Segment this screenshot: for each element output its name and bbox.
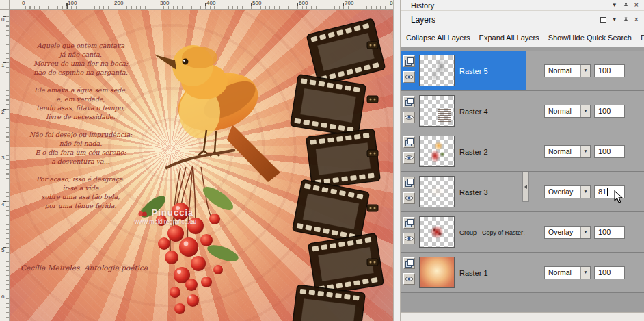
opacity-input[interactable]: 100 xyxy=(594,226,625,239)
layer-type-icon[interactable] xyxy=(403,55,415,67)
poem-line: Ele amava a água sem sede, xyxy=(15,86,146,94)
layer-thumbnail[interactable] xyxy=(419,136,455,167)
blend-mode-value: Normal xyxy=(545,105,580,117)
layer-name[interactable]: Group - Copy of Raster 1 xyxy=(459,212,525,253)
layer-thumbnail[interactable] xyxy=(419,95,455,127)
layer-name[interactable]: Raster 1 xyxy=(459,253,488,293)
chevron-down-icon[interactable]: ▼ xyxy=(580,227,590,238)
layer-name[interactable]: Raster 4 xyxy=(459,91,488,131)
poem-text: Aquele que ontem cantava já não canta. M… xyxy=(15,41,146,210)
visibility-eye-icon[interactable] xyxy=(403,152,415,164)
ruler-label: 400 xyxy=(206,0,215,6)
visibility-eye-icon[interactable] xyxy=(403,233,415,244)
layer-row-raster-1[interactable]: Raster 1 Normal ▼ 100 xyxy=(401,253,644,293)
layer-type-icon[interactable] xyxy=(403,257,415,269)
opacity-input[interactable]: 81 xyxy=(594,185,625,198)
visibility-eye-icon[interactable] xyxy=(403,273,415,285)
ruler-label: 200 xyxy=(114,0,123,6)
layer-type-icon[interactable] xyxy=(403,96,415,107)
canvas-scrollbar[interactable] xyxy=(393,0,400,321)
chevron-down-icon[interactable]: ▼ xyxy=(612,2,617,9)
opacity-input[interactable]: 100 xyxy=(594,145,625,158)
layer-thumbnail[interactable] xyxy=(419,257,455,288)
blend-mode-dropdown[interactable]: Normal ▼ xyxy=(544,64,591,77)
poem-signature: Cecília Meireles. Antologia poética xyxy=(21,264,148,272)
ruler-label: 0 xyxy=(1,16,4,23)
ruler-label: 1 xyxy=(1,62,4,68)
opacity-input[interactable]: 100 xyxy=(594,64,625,77)
ruler-label: 3 xyxy=(1,155,4,161)
history-panel-title: History xyxy=(411,1,434,10)
poem-line: já não canta. xyxy=(15,50,146,59)
chevron-down-icon[interactable]: ▼ xyxy=(580,65,590,77)
opacity-input[interactable]: 100 xyxy=(594,266,625,279)
ruler-label: 4 xyxy=(1,201,4,207)
chevron-down-icon[interactable]: ▼ xyxy=(612,16,617,23)
blend-mode-value: Overlay xyxy=(545,186,580,198)
chevron-down-icon[interactable]: ▼ xyxy=(580,186,590,198)
vertical-ruler[interactable]: 0 1 2 3 4 5 6 xyxy=(0,10,10,321)
show-hide-quick-search-button[interactable]: Show/Hide Quick Search xyxy=(548,34,632,42)
layer-name[interactable]: Raster 5 xyxy=(459,51,488,91)
horizontal-scrollbar[interactable] xyxy=(401,312,644,321)
blend-mode-dropdown[interactable]: Normal ▼ xyxy=(544,266,591,279)
layers-panel-title: Layers xyxy=(411,15,435,25)
blend-mode-dropdown[interactable]: Normal ▼ xyxy=(544,105,591,118)
layer-type-icon[interactable] xyxy=(403,217,415,229)
layer-name[interactable]: Raster 2 xyxy=(459,131,488,172)
pin-icon[interactable] xyxy=(623,2,629,9)
cherry-logo-icon xyxy=(137,207,148,218)
poem-line: Por acaso, isso é desgraça: xyxy=(15,175,146,183)
toolbar-cutoff-label[interactable]: E xyxy=(641,34,644,42)
blend-mode-value: Overlay xyxy=(545,227,580,238)
ruler-label: 6 xyxy=(1,294,4,300)
watermark-url: www.maldiregrafica.eu xyxy=(104,218,227,225)
expand-all-layers-button[interactable]: Expand All Layers xyxy=(479,34,539,42)
blend-mode-dropdown[interactable]: Overlay ▼ xyxy=(544,226,591,239)
poem-line: E o dia fora um céu sereno: xyxy=(15,148,146,157)
blend-mode-dropdown[interactable]: Overlay ▼ xyxy=(544,185,591,198)
blend-mode-value: Normal xyxy=(545,146,580,157)
layer-row-raster-4[interactable]: Raster 4 Normal ▼ 100 xyxy=(401,91,644,131)
ruler-label: 0 xyxy=(22,0,25,6)
float-panel-icon[interactable] xyxy=(600,17,606,23)
ruler-corner xyxy=(0,0,10,10)
chevron-down-icon[interactable]: ▼ xyxy=(580,105,590,117)
visibility-eye-icon[interactable] xyxy=(403,71,415,83)
blend-mode-dropdown[interactable]: Normal ▼ xyxy=(544,145,591,158)
visibility-eye-icon[interactable] xyxy=(403,192,415,204)
horizontal-ruler[interactable]: 0 100 200 300 400 500 600 700 800 xyxy=(10,0,393,10)
ruler-label: 600 xyxy=(299,0,308,6)
poem-line: Morreu de uma flor na boca: xyxy=(15,59,146,68)
pin-icon[interactable] xyxy=(623,16,629,23)
layer-name[interactable]: Raster 3 xyxy=(459,172,488,212)
image-canvas[interactable]: Aquele que ontem cantava já não canta. M… xyxy=(10,10,393,321)
chevron-down-icon[interactable]: ▼ xyxy=(580,267,590,279)
layer-row-group-copy-of-raster-1[interactable]: Group - Copy of Raster 1 Overlay ▼ 100 xyxy=(401,212,644,253)
poem-line: Não foi desejo ou imprudência: xyxy=(15,130,146,139)
chevron-down-icon[interactable]: ▼ xyxy=(580,146,590,157)
close-icon[interactable]: × xyxy=(634,1,639,9)
close-icon[interactable]: × xyxy=(634,16,639,23)
ruler-label: 300 xyxy=(160,0,169,6)
watermark-name: Pinuccia xyxy=(152,207,193,218)
collapse-all-layers-button[interactable]: Collapse All Layers xyxy=(406,34,470,42)
ruler-label: 2 xyxy=(1,109,4,115)
layer-type-icon[interactable] xyxy=(403,136,415,148)
layer-thumbnail[interactable] xyxy=(419,176,455,207)
panel-splitter-handle[interactable] xyxy=(522,172,529,202)
opacity-value: 100 xyxy=(598,268,611,277)
palettes-panel: History ▼ × Layers ▼ × Collapse All Laye… xyxy=(400,0,644,321)
opacity-input[interactable]: 100 xyxy=(594,105,625,118)
visibility-eye-icon[interactable] xyxy=(403,112,415,123)
layer-thumbnail[interactable] xyxy=(419,216,455,248)
text-caret xyxy=(607,188,608,196)
layer-row-raster-5[interactable]: Raster 5 Normal ▼ 100 xyxy=(401,51,644,91)
layer-type-icon[interactable] xyxy=(403,177,415,188)
collapse-arrow-icon xyxy=(524,185,527,189)
berries-illustration xyxy=(137,150,240,314)
film-strip-illustration xyxy=(291,18,386,321)
layer-thumbnail[interactable] xyxy=(419,55,455,86)
opacity-value: 100 xyxy=(598,107,611,115)
layer-row-raster-2[interactable]: Raster 2 Normal ▼ 100 xyxy=(401,131,644,172)
